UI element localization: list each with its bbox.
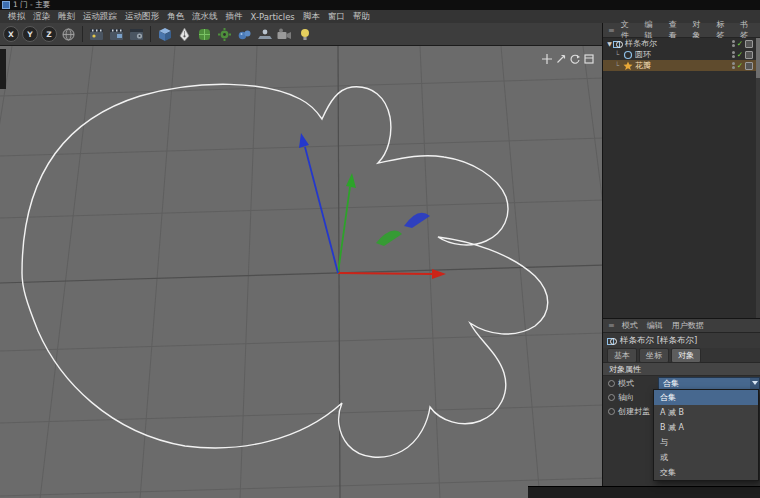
dropdown-option-and[interactable]: 与 [654,435,758,450]
section-tab-object[interactable]: 对象 [671,348,701,363]
globe-icon [61,27,76,42]
metaball-button[interactable] [236,25,253,43]
menu-character[interactable]: 角色 [163,11,188,23]
tree-row-spline-boolean[interactable]: ▼ 样条布尔 ✓ [603,38,760,49]
animation-dot[interactable] [608,380,615,387]
axis-lock-z-button[interactable]: Z [41,26,57,42]
enabled-check-icon[interactable]: ✓ [737,62,743,70]
tree-connector: └ [615,63,623,69]
axis-lock-x-button[interactable]: X [3,26,19,42]
object-tag-icon[interactable] [745,62,753,70]
om-scrollbar[interactable] [756,38,760,318]
circle-spline-icon [623,50,633,60]
menu-sculpt[interactable]: 雕刻 [54,11,79,23]
rotate-view-icon[interactable] [570,54,580,64]
object-tree: ▼ 样条布尔 ✓ └ [603,38,760,318]
deformer-button[interactable] [216,25,233,43]
animation-dot[interactable] [608,394,615,401]
toggle-view-icon[interactable] [584,54,594,64]
visibility-toggles[interactable] [732,40,735,47]
menu-render[interactable]: 渲染 [29,11,54,23]
am-tab-userdata[interactable]: 用户数据 [668,320,708,331]
camera-button[interactable] [276,25,293,43]
menu-simulate[interactable]: 模拟 [4,11,29,23]
menu-motion-tracker[interactable]: 运动跟踪 [79,11,121,23]
spline-pen-button[interactable] [176,25,193,43]
mode-dropdown[interactable]: 合集 [658,377,760,390]
attribute-manager-tabs: ≡ 模式 编辑 用户数据 [603,319,760,333]
title-bar[interactable]: 1 门 - 主要 [0,0,760,10]
toolbar-separator [150,26,151,42]
menu-mograph[interactable]: 运动图形 [121,11,163,23]
object-title-text: 样条布尔 [样条布尔] [620,335,697,347]
animation-dot[interactable] [608,408,615,415]
camera-icon [276,27,293,42]
edit-render-settings-button[interactable] [128,25,145,43]
menu-xparticles[interactable]: X-Particles [247,12,299,22]
tree-row-flower[interactable]: └ 花瓣 ✓ [603,60,760,71]
pen-icon [177,27,192,42]
render-view-button[interactable] [88,25,105,43]
window-title: 1 门 - 主要 [13,0,50,10]
enabled-check-icon[interactable]: ✓ [737,51,743,59]
add-cube-button[interactable] [156,25,173,43]
expand-icon[interactable]: ▼ [606,40,613,47]
panel-menu-icon[interactable]: ≡ [606,26,617,35]
menu-help[interactable]: 帮助 [349,11,374,23]
coordinate-system-button[interactable] [60,25,77,43]
menu-script[interactable]: 脚本 [299,11,324,23]
spline-shape[interactable] [22,84,548,457]
light-button[interactable] [296,25,313,43]
tree-row-circle[interactable]: └ 圆环 ✓ [603,49,760,60]
menu-window[interactable]: 窗口 [324,11,349,23]
attribute-section-tabs: 基本 坐标 对象 [603,348,760,363]
dropdown-option-or[interactable]: 或 [654,450,758,465]
mode-dropdown-popup: 合集 A 减 B B 减 A 与 或 交集 [653,389,759,481]
am-tab-edit[interactable]: 编辑 [643,320,667,331]
panel-menu-icon[interactable]: ≡ [606,321,617,330]
object-name: 圆环 [635,49,651,60]
gear-icon [217,27,232,42]
menu-plugins[interactable]: 插件 [222,11,247,23]
perspective-viewport[interactable] [0,46,602,498]
object-tag-icon[interactable] [745,40,753,48]
dropdown-option-b-subtract-a[interactable]: B 减 A [654,420,758,435]
x-axis-handle[interactable] [338,273,432,274]
section-tab-basic[interactable]: 基本 [607,348,637,363]
menu-pipeline[interactable]: 流水线 [188,11,222,23]
property-row-mode: 模式 合集 [603,376,760,390]
axis-lock-y-button[interactable]: Y [22,26,38,42]
spline-mask-icon [613,39,623,49]
y-axis-arrow[interactable] [346,173,356,188]
y-axis-handle[interactable] [338,187,350,273]
pan-view-icon[interactable] [542,54,552,64]
dropdown-option-a-subtract-b[interactable]: A 减 B [654,405,758,420]
section-tab-coords[interactable]: 坐标 [639,348,669,363]
cube-icon [157,27,173,42]
floor-icon [257,27,273,42]
dropdown-option-union[interactable]: 合集 [654,390,758,405]
property-label: 模式 [618,378,658,389]
dropdown-option-intersect[interactable]: 交集 [654,465,758,480]
zoom-view-icon[interactable] [556,54,566,64]
viewport-canvas[interactable] [0,46,602,498]
metaball-icon [237,27,253,42]
environment-button[interactable] [256,25,273,43]
attribute-manager: ≡ 模式 编辑 用户数据 样条布尔 [样条布尔] 基本 坐标 对象 [603,318,760,498]
subdivision-surface-button[interactable] [196,25,213,43]
object-manager: ≡ 文件 编辑 查看 对象 标签 书签 ▼ [603,23,760,318]
z-axis-handle[interactable] [305,147,338,273]
render-picture-viewer-button[interactable] [108,25,125,43]
object-tag-icon[interactable] [745,51,753,59]
z-axis-arrow[interactable] [299,133,309,148]
cinema4d-window: 1 门 - 主要 模拟 渲染 雕刻 运动跟踪 运动图形 角色 流水线 插件 X-… [0,0,760,498]
am-tab-mode[interactable]: 模式 [618,320,642,331]
object-properties-header[interactable]: 对象属性 [603,363,760,376]
enabled-check-icon[interactable]: ✓ [737,40,743,48]
plane-handle-green[interactable] [376,231,402,246]
visibility-toggles[interactable] [732,62,735,69]
move-gizmo[interactable] [299,133,446,279]
mode-dropdown-value: 合集 [663,378,679,389]
plane-handle-blue[interactable] [404,213,430,228]
visibility-toggles[interactable] [732,51,735,58]
